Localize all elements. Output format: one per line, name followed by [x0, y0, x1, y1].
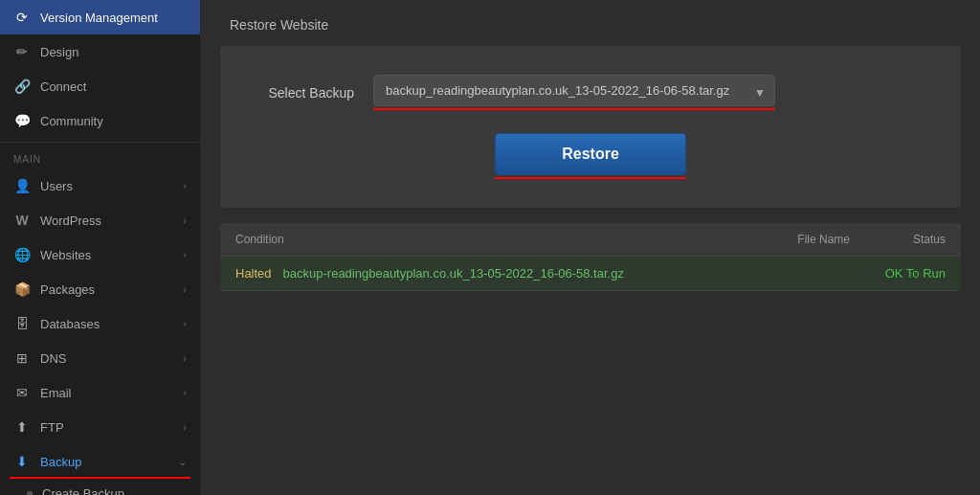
chevron-right-icon: ›	[183, 387, 187, 398]
sidebar-section-main: MAIN	[0, 146, 200, 169]
main-content: Restore Website Select Backup backup_rea…	[201, 0, 980, 495]
restore-button-wrapper: Restore	[495, 133, 686, 179]
sidebar-label: Websites	[40, 248, 183, 262]
sidebar-item-community[interactable]: 💬 Community	[0, 103, 200, 138]
dns-icon: ⊞	[13, 349, 31, 367]
status-cell: OK To Run	[869, 266, 946, 281]
condition-cell: Halted backup-readingbeautyplan.co.uk_13…	[235, 266, 716, 281]
users-icon: 👤	[13, 177, 31, 194]
sidebar-item-packages[interactable]: 📦 Packages ›	[0, 272, 200, 306]
chevron-right-icon: ›	[183, 318, 187, 329]
sidebar-item-connect[interactable]: 🔗 Connect	[0, 69, 200, 103]
select-underline	[373, 108, 775, 110]
sidebar-item-wordpress[interactable]: W WordPress ›	[0, 203, 200, 237]
sidebar-label: DNS	[40, 351, 183, 366]
sidebar-label: Databases	[40, 317, 183, 331]
sidebar-label: Community	[40, 114, 187, 128]
chevron-right-icon: ›	[183, 421, 187, 433]
results-table: Condition File Name Status Halted backup…	[220, 223, 961, 291]
sidebar-label: Users	[40, 179, 183, 193]
chevron-right-icon: ›	[183, 352, 187, 364]
sidebar-label: Connect	[40, 79, 187, 94]
connect-icon: 🔗	[13, 78, 31, 95]
select-backup-label: Select Backup	[258, 85, 354, 101]
sidebar-item-backup[interactable]: ⬇ Backup ⌄	[0, 444, 200, 479]
sidebar-item-users[interactable]: 👤 Users ›	[0, 169, 200, 203]
sidebar-label: Backup	[40, 455, 178, 469]
restore-button-underline	[495, 177, 686, 179]
select-backup-row: Select Backup backup_readingbeautyplan.c…	[258, 75, 923, 110]
col-header-status: Status	[869, 233, 946, 246]
design-icon: ✏	[13, 43, 31, 60]
page-title: Restore Website	[230, 17, 328, 33]
sidebar-sub-create-backup[interactable]: Create Backup	[0, 479, 200, 495]
sidebar-item-version-management[interactable]: ⟳ Version Management	[0, 0, 200, 34]
sidebar: ⟳ Version Management ✏ Design 🔗 Connect …	[0, 0, 201, 495]
backup-select-wrapper: backup_readingbeautyplan.co.uk_13-05-202…	[373, 75, 775, 110]
halted-status: Halted	[235, 266, 272, 281]
packages-icon: 📦	[13, 281, 31, 298]
sidebar-item-websites[interactable]: 🌐 Websites ›	[0, 237, 200, 272]
sidebar-label: WordPress	[40, 214, 183, 228]
sub-dot-icon	[27, 491, 33, 496]
sidebar-item-ftp[interactable]: ⬆ FTP ›	[0, 410, 200, 444]
chevron-down-icon: ⌄	[178, 456, 187, 468]
databases-icon: 🗄	[13, 315, 31, 332]
table-row: Halted backup-readingbeautyplan.co.uk_13…	[220, 257, 961, 291]
sidebar-label: Version Management	[40, 11, 187, 25]
restore-button[interactable]: Restore	[495, 133, 686, 175]
sidebar-item-email[interactable]: ✉ Email ›	[0, 375, 200, 410]
chevron-right-icon: ›	[183, 283, 187, 295]
page-header: Restore Website	[201, 0, 980, 46]
version-management-icon: ⟳	[13, 9, 31, 26]
chevron-right-icon: ›	[183, 249, 187, 260]
websites-icon: 🌐	[13, 246, 31, 263]
chevron-right-icon: ›	[183, 214, 187, 226]
community-icon: 💬	[13, 112, 31, 129]
backup-icon: ⬇	[13, 453, 31, 470]
sidebar-label: FTP	[40, 420, 183, 435]
sidebar-label: Email	[40, 386, 183, 400]
sidebar-item-design[interactable]: ✏ Design	[0, 34, 200, 69]
sidebar-divider	[0, 142, 200, 143]
restore-button-row: Restore	[258, 133, 923, 179]
sidebar-label: Packages	[40, 282, 183, 297]
chevron-right-icon: ›	[183, 180, 187, 191]
create-backup-label: Create Backup	[42, 486, 124, 495]
col-header-filename: File Name	[716, 233, 869, 246]
backup-condition-file: backup-readingbeautyplan.co.uk_13-05-202…	[283, 266, 624, 281]
sidebar-item-dns[interactable]: ⊞ DNS ›	[0, 341, 200, 375]
sidebar-label: Design	[40, 45, 187, 59]
col-header-condition: Condition	[235, 233, 716, 246]
table-header: Condition File Name Status	[220, 223, 961, 257]
ftp-icon: ⬆	[13, 418, 31, 436]
sidebar-item-databases[interactable]: 🗄 Databases ›	[0, 306, 200, 341]
restore-panel: Select Backup backup_readingbeautyplan.c…	[220, 46, 961, 208]
backup-select[interactable]: backup_readingbeautyplan.co.uk_13-05-202…	[373, 75, 775, 106]
wordpress-icon: W	[13, 212, 31, 229]
email-icon: ✉	[13, 384, 31, 401]
